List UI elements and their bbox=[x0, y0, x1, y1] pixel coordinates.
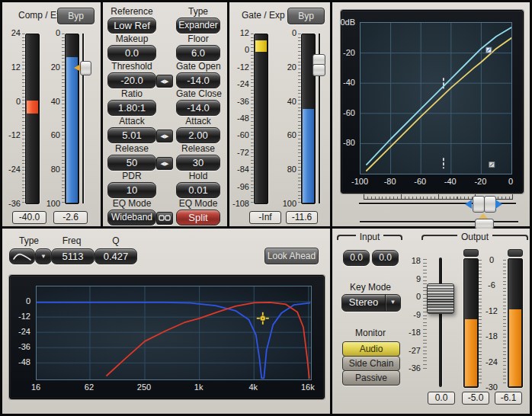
eq-q-value[interactable]: 0.427 bbox=[95, 248, 137, 264]
output-meter-left-readout[interactable]: -5.0 bbox=[462, 392, 489, 405]
eq-type-label: Type bbox=[19, 235, 39, 246]
comp-exp-panel: Comp / Exp Byp 24 12 0 -12 -24 -36 -40.0… bbox=[2, 2, 101, 226]
axis-tick-label: -40 bbox=[444, 177, 457, 186]
key-mode-dropdown[interactable]: Stereo ▼ bbox=[341, 294, 401, 312]
axis-tick-label: 16 bbox=[31, 382, 40, 392]
attack-link-button[interactable]: ◀▶ bbox=[156, 130, 173, 142]
gate-release-value[interactable]: 30 bbox=[176, 155, 220, 171]
gate-bypass-button[interactable]: Byp bbox=[287, 8, 325, 24]
tick-label: 40 bbox=[278, 97, 296, 106]
threshold-slider-handle-left[interactable] bbox=[473, 196, 485, 213]
monitor-side-chain-button[interactable]: Side Chain bbox=[342, 356, 400, 371]
input-left-value[interactable]: 0.0 bbox=[343, 250, 370, 266]
transfer-x-axis-labels: -100-80-60-40-200 bbox=[360, 177, 511, 187]
axis-tick-label: -60 bbox=[343, 108, 355, 117]
axis-tick-label: -48 bbox=[18, 357, 30, 366]
threshold-slider-handle-right[interactable] bbox=[484, 196, 496, 213]
comp-attack-value[interactable]: 5.01 bbox=[107, 127, 156, 143]
tick-label: 60 bbox=[278, 130, 296, 139]
param-row: Makeup 0.0 bbox=[107, 34, 156, 61]
transfer-curves bbox=[361, 23, 511, 174]
threshold-slider-left-arrow-icon[interactable] bbox=[465, 200, 472, 209]
output-clip-led-left[interactable] bbox=[463, 249, 479, 257]
eq-freq-value[interactable]: 5113 bbox=[51, 248, 95, 264]
comp-fader-track[interactable] bbox=[82, 34, 84, 203]
gate-eq-mode-value[interactable]: Split bbox=[176, 210, 220, 226]
eq-mode-link-button[interactable] bbox=[156, 212, 173, 225]
threshold-link-button[interactable]: ◀▶ bbox=[156, 75, 173, 88]
tick-label: 80 bbox=[42, 165, 60, 174]
gate-fader-handle-lower[interactable] bbox=[312, 64, 325, 76]
axis-tick-label: 250 bbox=[137, 382, 151, 392]
param-row: Release 50 bbox=[107, 143, 156, 171]
axis-tick-label: -20 bbox=[474, 177, 486, 186]
axis-tick-label: -100 bbox=[351, 177, 368, 186]
tick-label: 100 bbox=[42, 199, 60, 208]
param-row: Reference Low Ref bbox=[107, 6, 156, 34]
comp-eq-mode-value[interactable]: Wideband bbox=[107, 210, 156, 226]
release-link-button[interactable]: ◀▶ bbox=[156, 157, 173, 170]
gate-type-value[interactable]: Expander bbox=[176, 18, 220, 34]
comp-params-column: Reference Low Ref Makeup 0.0 Threshold -… bbox=[107, 6, 156, 226]
threshold-slider-right-arrow-icon[interactable] bbox=[495, 200, 502, 209]
param-row: Floor 6.0 bbox=[176, 34, 220, 61]
gate-close-value[interactable]: -14.0 bbox=[176, 100, 220, 116]
makeup-slider-handle[interactable] bbox=[475, 219, 494, 229]
comp-fader-fill bbox=[66, 57, 78, 203]
pdr-value[interactable]: 10 bbox=[107, 182, 156, 198]
comp-fader-handle[interactable] bbox=[80, 61, 91, 75]
param-row: Attack 5.01 bbox=[107, 116, 156, 143]
chevron-down-icon[interactable]: ▼ bbox=[385, 295, 400, 311]
eq-graph-frame: 0-12-24-36-48 16622501k4k16k bbox=[9, 275, 325, 399]
param-row: EQ Mode Split bbox=[176, 198, 220, 226]
output-fader-ticks bbox=[423, 259, 427, 370]
hold-value[interactable]: 0.01 bbox=[176, 182, 220, 198]
comp-bypass-button[interactable]: Byp bbox=[57, 8, 95, 24]
input-right-value[interactable]: 0.0 bbox=[372, 250, 399, 266]
param-label: Attack bbox=[107, 116, 156, 126]
output-meter-scale: 0 -6 -12 -18 -24 -30 bbox=[482, 255, 502, 392]
gate-fader-readout[interactable]: -11.6 bbox=[286, 211, 318, 224]
look-ahead-button[interactable]: Look Ahead bbox=[264, 248, 319, 264]
eq-type-dropdown-arrow[interactable]: ▼ bbox=[35, 248, 52, 264]
gate-attack-value[interactable]: 2.00 bbox=[176, 127, 220, 143]
param-label: Hold bbox=[176, 171, 220, 181]
tick-label: 9 bbox=[399, 274, 421, 283]
tick-label: -18 bbox=[399, 328, 421, 337]
output-group-header: Output bbox=[421, 232, 528, 242]
output-clip-led-right[interactable] bbox=[508, 249, 523, 257]
output-fader-knob[interactable] bbox=[427, 283, 454, 314]
sidechain-bandpass bbox=[107, 302, 309, 378]
tick-label: 40 bbox=[42, 97, 60, 106]
key-mode-value: Stereo bbox=[342, 295, 385, 311]
floor-value[interactable]: 6.0 bbox=[176, 45, 220, 61]
key-filter-notch bbox=[37, 302, 310, 378]
gate-level-readout[interactable]: -Inf bbox=[249, 211, 281, 224]
comp-fader-readout[interactable]: -2.6 bbox=[53, 211, 88, 224]
tick-label: 80 bbox=[278, 165, 296, 174]
transfer-plot-area[interactable] bbox=[360, 22, 512, 174]
reference-value[interactable]: Low Ref bbox=[107, 18, 156, 34]
makeup-slider-track[interactable] bbox=[360, 221, 518, 222]
ratio-value[interactable]: 1.80:1 bbox=[107, 100, 156, 116]
axis-tick-label: -80 bbox=[384, 177, 396, 186]
gate-exp-title: Gate / Exp bbox=[242, 10, 285, 21]
monitor-passive-button[interactable]: Passive bbox=[342, 370, 400, 386]
output-fader-track[interactable] bbox=[439, 258, 442, 387]
output-meter-right-readout[interactable]: -6.1 bbox=[495, 392, 522, 405]
comp-gr-readout[interactable]: -40.0 bbox=[12, 211, 46, 224]
eq-plot-area[interactable] bbox=[36, 286, 312, 380]
tick-label: 0 bbox=[482, 255, 502, 264]
gate-open-value[interactable]: -14.0 bbox=[176, 72, 220, 88]
comp-release-value[interactable]: 50 bbox=[107, 155, 156, 171]
eq-type-button[interactable] bbox=[9, 248, 35, 264]
output-fader-readout[interactable]: 0.0 bbox=[428, 392, 455, 405]
tick-label: -108 bbox=[229, 199, 249, 208]
axis-tick-label: 62 bbox=[85, 382, 94, 392]
tick-label: 60 bbox=[42, 130, 60, 139]
threshold-value[interactable]: -20.0 bbox=[107, 72, 156, 88]
comp-fader-bar[interactable] bbox=[65, 34, 79, 204]
monitor-audio-button[interactable]: Audio bbox=[342, 341, 400, 357]
makeup-value[interactable]: 0.0 bbox=[107, 45, 156, 61]
param-row: Type Expander bbox=[176, 6, 220, 34]
